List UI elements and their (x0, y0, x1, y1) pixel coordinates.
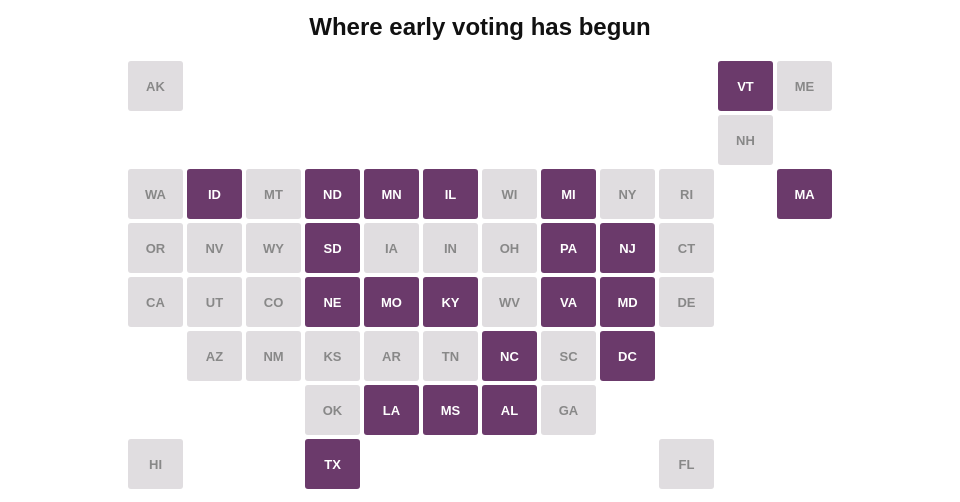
empty-cell-3-11 (777, 223, 832, 273)
state-AR: AR (364, 331, 419, 381)
empty-cell-1-9 (659, 115, 714, 165)
empty-cell-5-9 (659, 331, 714, 381)
state-MD: MD (600, 277, 655, 327)
empty-cell-6-9 (659, 385, 714, 435)
state-IN: IN (423, 223, 478, 273)
state-AZ: AZ (187, 331, 242, 381)
empty-cell-0-3 (305, 61, 360, 111)
page-title: Where early voting has begun (30, 13, 930, 41)
state-SD: SD (305, 223, 360, 273)
empty-cell-7-11 (777, 439, 832, 489)
empty-cell-7-10 (718, 439, 773, 489)
state-AK: AK (128, 61, 183, 111)
state-OK: OK (305, 385, 360, 435)
state-MA: MA (777, 169, 832, 219)
state-NC: NC (482, 331, 537, 381)
empty-cell-1-2 (246, 115, 301, 165)
state-FL: FL (659, 439, 714, 489)
empty-cell-0-2 (246, 61, 301, 111)
state-ID: ID (187, 169, 242, 219)
state-NE: NE (305, 277, 360, 327)
empty-cell-7-7 (541, 439, 596, 489)
empty-cell-6-10 (718, 385, 773, 435)
empty-cell-7-1 (187, 439, 242, 489)
state-WA: WA (128, 169, 183, 219)
state-VA: VA (541, 277, 596, 327)
empty-cell-5-11 (777, 331, 832, 381)
state-WV: WV (482, 277, 537, 327)
state-CO: CO (246, 277, 301, 327)
state-NH: NH (718, 115, 773, 165)
state-NJ: NJ (600, 223, 655, 273)
state-SC: SC (541, 331, 596, 381)
state-KS: KS (305, 331, 360, 381)
state-UT: UT (187, 277, 242, 327)
empty-cell-1-1 (187, 115, 242, 165)
empty-cell-1-8 (600, 115, 655, 165)
empty-cell-0-7 (541, 61, 596, 111)
state-DE: DE (659, 277, 714, 327)
main-container: Where early voting has begun AKVTMENHWAI… (30, 13, 930, 489)
empty-cell-1-6 (482, 115, 537, 165)
empty-cell-6-11 (777, 385, 832, 435)
state-MI: MI (541, 169, 596, 219)
state-ME: ME (777, 61, 832, 111)
state-NY: NY (600, 169, 655, 219)
empty-cell-1-4 (364, 115, 419, 165)
empty-cell-1-5 (423, 115, 478, 165)
empty-cell-1-11 (777, 115, 832, 165)
state-MN: MN (364, 169, 419, 219)
empty-cell-6-8 (600, 385, 655, 435)
empty-cell-0-9 (659, 61, 714, 111)
state-ND: ND (305, 169, 360, 219)
state-WI: WI (482, 169, 537, 219)
state-MS: MS (423, 385, 478, 435)
state-RI: RI (659, 169, 714, 219)
empty-cell-0-8 (600, 61, 655, 111)
state-TX: TX (305, 439, 360, 489)
empty-cell-0-1 (187, 61, 242, 111)
empty-cell-6-1 (187, 385, 242, 435)
state-IA: IA (364, 223, 419, 273)
empty-cell-1-7 (541, 115, 596, 165)
empty-cell-6-2 (246, 385, 301, 435)
state-TN: TN (423, 331, 478, 381)
empty-cell-4-11 (777, 277, 832, 327)
state-HI: HI (128, 439, 183, 489)
state-GA: GA (541, 385, 596, 435)
empty-cell-4-10 (718, 277, 773, 327)
state-MO: MO (364, 277, 419, 327)
state-IL: IL (423, 169, 478, 219)
state-LA: LA (364, 385, 419, 435)
empty-cell-7-6 (482, 439, 537, 489)
state-AL: AL (482, 385, 537, 435)
empty-cell-0-5 (423, 61, 478, 111)
empty-cell-5-0 (128, 331, 183, 381)
state-VT: VT (718, 61, 773, 111)
state-NV: NV (187, 223, 242, 273)
state-DC: DC (600, 331, 655, 381)
empty-cell-7-4 (364, 439, 419, 489)
state-WY: WY (246, 223, 301, 273)
empty-cell-1-3 (305, 115, 360, 165)
state-CA: CA (128, 277, 183, 327)
empty-cell-7-2 (246, 439, 301, 489)
state-MT: MT (246, 169, 301, 219)
empty-cell-7-5 (423, 439, 478, 489)
state-OH: OH (482, 223, 537, 273)
state-OR: OR (128, 223, 183, 273)
empty-cell-3-10 (718, 223, 773, 273)
empty-cell-2-10 (718, 169, 773, 219)
state-NM: NM (246, 331, 301, 381)
empty-cell-5-10 (718, 331, 773, 381)
state-PA: PA (541, 223, 596, 273)
empty-cell-0-6 (482, 61, 537, 111)
state-CT: CT (659, 223, 714, 273)
empty-cell-0-4 (364, 61, 419, 111)
empty-cell-7-8 (600, 439, 655, 489)
empty-cell-1-0 (128, 115, 183, 165)
state-KY: KY (423, 277, 478, 327)
map-grid: AKVTMENHWAIDMTNDMNILWIMINYRIMAORNVWYSDIA… (30, 61, 930, 489)
empty-cell-6-0 (128, 385, 183, 435)
